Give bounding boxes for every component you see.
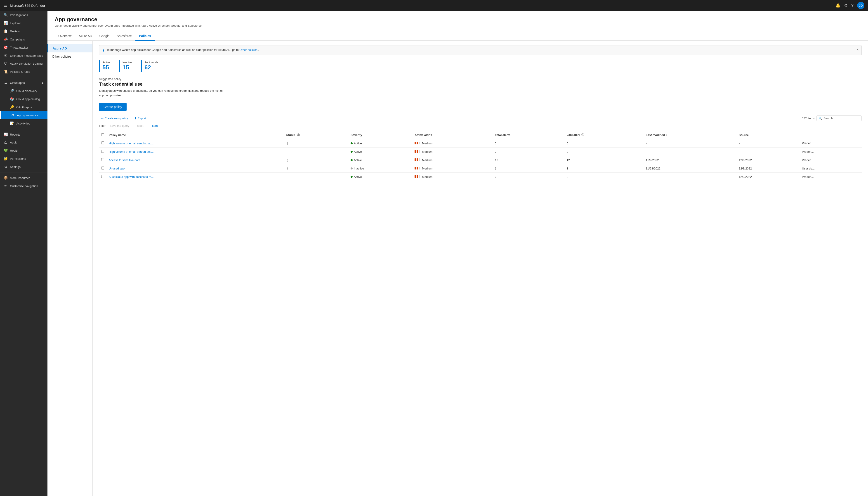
filters-button[interactable]: Filters: [148, 123, 160, 128]
row-checkbox[interactable]: [101, 158, 104, 161]
left-nav-azure-ad[interactable]: Azure AD: [47, 44, 92, 52]
sidebar-item-investigations[interactable]: 🔍 Investigations: [0, 11, 47, 19]
export-button[interactable]: ⬇ Export: [132, 115, 148, 121]
row-active-alerts: 1: [493, 164, 564, 173]
sidebar-item-oauth-apps[interactable]: 🔑 OAuth apps: [0, 103, 47, 111]
status-dot: [351, 168, 353, 169]
status-info-icon[interactable]: ⓘ: [297, 133, 300, 137]
severity-label: Medium: [422, 158, 432, 162]
save-query-button[interactable]: Save the query: [107, 123, 131, 128]
sidebar: 🔍 Investigations 📊 Explorer 📋 Review 📣 C…: [0, 11, 47, 496]
stat-active-label: Active: [103, 61, 110, 64]
sidebar-item-cloud-app-catalog[interactable]: 📚 Cloud app catalog: [0, 95, 47, 103]
status-dot: [351, 142, 353, 144]
sidebar-item-audit[interactable]: 🗂 Audit: [0, 139, 47, 146]
avatar[interactable]: JD: [857, 2, 864, 9]
col-header-severity[interactable]: Severity: [348, 131, 412, 139]
notification-icon[interactable]: 🔔: [835, 3, 840, 8]
tab-salesforce[interactable]: Salesforce: [113, 32, 135, 41]
audit-icon: 🗂: [4, 141, 8, 144]
select-all-checkbox[interactable]: [101, 133, 104, 136]
row-total-alerts: 1: [564, 164, 644, 173]
col-header-active-alerts[interactable]: Active alerts: [412, 131, 493, 139]
sbar2: [417, 150, 418, 153]
row-menu-col: ⋮: [284, 164, 348, 173]
create-policy-button[interactable]: Create policy: [99, 103, 127, 111]
sidebar-item-app-governance[interactable]: ⚙ App governance: [0, 111, 47, 119]
other-policies-link[interactable]: Other policies: [239, 48, 257, 51]
stat-active-value: 55: [103, 64, 110, 71]
sidebar-item-cloud-discovery[interactable]: 🔎 Cloud discovery: [0, 87, 47, 95]
search-icon: 🔍: [819, 117, 822, 120]
col-header-status[interactable]: Status ⓘ: [284, 131, 348, 139]
row-name: Suspicious app with access to m...: [107, 173, 284, 181]
row-more-icon[interactable]: ⋮: [286, 158, 289, 162]
sidebar-item-customize-nav[interactable]: ✏ Customize navigation: [0, 182, 47, 190]
stat-audit-value: 62: [144, 64, 158, 71]
sidebar-item-review[interactable]: 📋 Review: [0, 27, 47, 35]
sidebar-item-settings[interactable]: ⚙ Settings: [0, 163, 47, 171]
sidebar-item-threat-tracker[interactable]: 🎯 Threat tracker: [0, 43, 47, 51]
sidebar-item-health[interactable]: 💚 Health: [0, 146, 47, 155]
row-more-icon[interactable]: ⋮: [286, 142, 289, 145]
row-checkbox-cell: [99, 139, 107, 148]
sidebar-item-activity-log[interactable]: 📝 Activity log: [0, 119, 47, 127]
sidebar-item-reports[interactable]: 📈 Reports: [0, 130, 47, 139]
row-active-alerts: 0: [493, 173, 564, 181]
sidebar-item-more-resources[interactable]: 📦 More resources: [0, 174, 47, 182]
row-active-alerts: 12: [493, 156, 564, 164]
sbar3: [419, 158, 420, 161]
search-input[interactable]: [823, 117, 859, 120]
row-more-icon[interactable]: ⋮: [286, 150, 289, 153]
row-checkbox[interactable]: [101, 150, 104, 153]
row-last-modified: 12/6/2022: [737, 156, 800, 164]
left-nav-other-policies[interactable]: Other policies: [47, 52, 92, 61]
create-new-policy-button[interactable]: ✏ Create new policy: [99, 115, 130, 121]
sidebar-item-cloud-apps[interactable]: ☁ Cloud apps ▲: [0, 79, 47, 87]
row-menu-col: ⋮: [284, 139, 348, 148]
sidebar-item-policies-rules[interactable]: 📜 Policies & rules: [0, 67, 47, 76]
status-dot: [351, 151, 353, 153]
info-banner-close-button[interactable]: ×: [857, 48, 859, 52]
tab-overview[interactable]: Overview: [55, 32, 75, 41]
tab-google[interactable]: Google: [96, 32, 113, 41]
row-active-alerts: 0: [493, 139, 564, 148]
row-more-icon[interactable]: ⋮: [286, 175, 289, 179]
tab-azure-ad[interactable]: Azure AD: [75, 32, 96, 41]
severity-bars: [415, 175, 420, 178]
row-checkbox[interactable]: [101, 141, 104, 144]
col-header-last-modified[interactable]: Last modified ↓: [644, 131, 737, 139]
more-resources-icon: 📦: [4, 176, 8, 180]
row-last-alert: 11/9/2022: [644, 156, 737, 164]
row-name: Access to sensitive data: [107, 156, 284, 164]
status-label: Active: [354, 142, 362, 145]
row-checkbox[interactable]: [101, 167, 104, 169]
settings-icon[interactable]: ⚙: [844, 3, 848, 8]
col-header-source[interactable]: Source: [737, 131, 800, 139]
sidebar-item-label: Explorer: [10, 21, 21, 25]
sidebar-item-campaigns[interactable]: 📣 Campaigns: [0, 35, 47, 43]
main-layout: 🔍 Investigations 📊 Explorer 📋 Review 📣 C…: [0, 11, 868, 496]
policy-table: Policy name Status ⓘ Severity Active ale…: [99, 131, 862, 181]
sidebar-item-explorer[interactable]: 📊 Explorer: [0, 19, 47, 27]
sidebar-item-exchange[interactable]: ✉ Exchange message trace: [0, 51, 47, 60]
stat-inactive-value: 15: [123, 64, 132, 71]
sidebar-item-permissions[interactable]: 🔐 Permissions: [0, 155, 47, 163]
hamburger-icon[interactable]: ☰: [4, 3, 7, 8]
row-total-alerts: 12: [564, 156, 644, 164]
help-icon[interactable]: ?: [851, 3, 854, 8]
tab-policies[interactable]: Policies: [135, 32, 155, 41]
col-header-last-alert[interactable]: Last alert ⓘ: [564, 131, 644, 139]
threat-tracker-icon: 🎯: [4, 45, 8, 49]
col-header-total-alerts[interactable]: Total alerts: [493, 131, 564, 139]
row-more-icon[interactable]: ⋮: [286, 167, 289, 170]
status-label: Active: [354, 175, 362, 179]
last-alert-info-icon[interactable]: ⓘ: [582, 133, 584, 137]
sidebar-item-label: Reports: [10, 133, 20, 136]
reset-button[interactable]: Reset: [133, 123, 145, 128]
col-header-name[interactable]: Policy name: [107, 131, 284, 139]
page-header: App governance Get in-depth visibility a…: [47, 11, 868, 32]
row-checkbox[interactable]: [101, 175, 104, 178]
sidebar-item-attack-simulation[interactable]: 🛡 Attack simulation training: [0, 60, 47, 67]
sidebar-item-label: Customize navigation: [10, 184, 38, 188]
